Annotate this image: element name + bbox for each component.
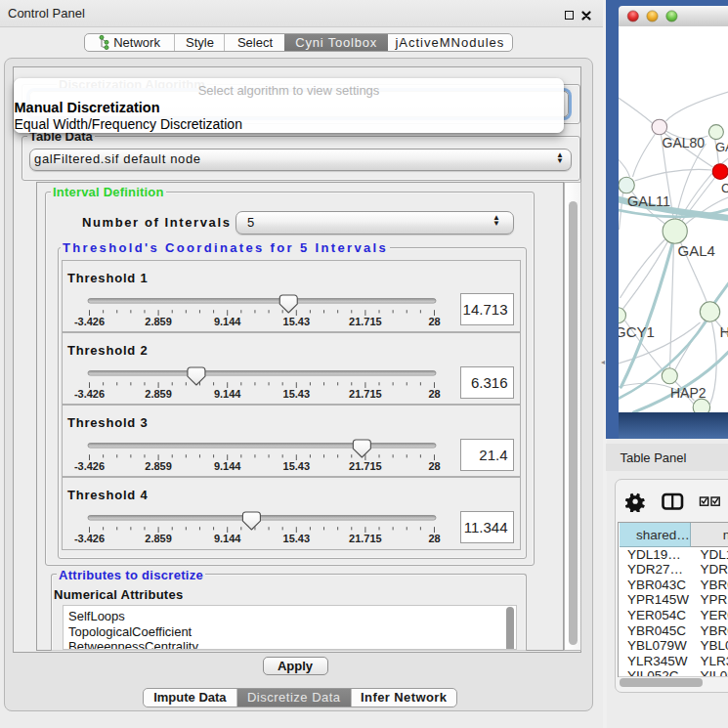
svg-text:28: 28 [428, 315, 440, 326]
svg-text:21.715: 21.715 [349, 460, 382, 472]
svg-text:2.859: 2.859 [145, 315, 172, 326]
svg-text:GCY1: GCY1 [619, 323, 655, 340]
svg-text:HI: HI [719, 323, 728, 340]
svg-text:2.859: 2.859 [145, 460, 172, 472]
svg-text:2.859: 2.859 [145, 387, 172, 399]
svg-text:9.144: 9.144 [213, 315, 240, 326]
svg-text:21.715: 21.715 [349, 315, 382, 326]
svg-text:-3.426: -3.426 [73, 460, 104, 472]
svg-text:28: 28 [428, 533, 440, 544]
svg-text:HAP2: HAP2 [670, 385, 707, 401]
svg-text:GAL11: GAL11 [627, 193, 670, 209]
svg-text:-3.426: -3.426 [73, 387, 104, 399]
svg-text:15.43: 15.43 [282, 387, 310, 399]
svg-text:GAL80: GAL80 [662, 135, 705, 150]
svg-text:9.144: 9.144 [213, 533, 240, 544]
svg-text:-3.426: -3.426 [73, 533, 104, 544]
svg-text:GA: GA [715, 140, 728, 154]
svg-text:9.144: 9.144 [213, 460, 240, 472]
svg-text:GAL4: GAL4 [677, 242, 714, 259]
svg-text:15.43: 15.43 [282, 315, 310, 326]
svg-text:CY: CY [721, 181, 728, 195]
svg-text:9.144: 9.144 [213, 387, 240, 399]
svg-text:15.43: 15.43 [282, 533, 310, 544]
svg-text:2.859: 2.859 [145, 533, 172, 544]
svg-text:21.715: 21.715 [349, 387, 382, 399]
svg-text:15.43: 15.43 [282, 460, 310, 472]
svg-text:21.715: 21.715 [349, 533, 382, 544]
svg-text:28: 28 [428, 387, 440, 399]
svg-text:-3.426: -3.426 [73, 315, 104, 326]
svg-text:28: 28 [428, 460, 440, 472]
